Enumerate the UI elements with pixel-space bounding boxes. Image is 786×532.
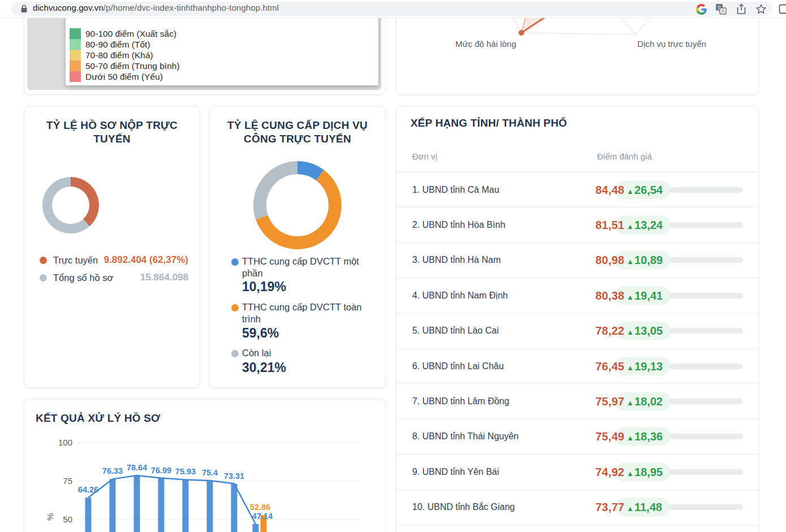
score-group: 80,38▲19,41 — [595, 286, 671, 305]
legend-dot-remaining — [231, 350, 239, 357]
legend-label: TTHC cung cấp DVCTT toàn trình — [242, 301, 369, 325]
province-ranking-card: XẾP HẠNG TỈNH/ THÀNH PHỐ Đơn vị Điểm đán… — [396, 106, 759, 532]
legend-label: Tổng số hồ sơ — [53, 272, 113, 284]
score-progress-track — [670, 364, 743, 369]
score-group: 75,97▲18,02 — [595, 392, 671, 411]
radar-axis-online-service: Dịch vụ trực tuyến — [615, 39, 728, 49]
table-row: 1. UBND tỉnh Cà Mau84,48▲26,54 — [396, 172, 758, 207]
score-value: 75,49 — [595, 430, 624, 443]
province-name: 5. UBND tỉnh Lào Cai — [412, 326, 499, 336]
table-row: 5. UBND tỉnh Lào Cai78,22▲13,05 — [396, 314, 758, 349]
province-name: 6. UBND tỉnh Lai Châu — [412, 361, 504, 371]
table-row: 4. UBND tỉnh Nam Định80,38▲19,41 — [396, 278, 758, 313]
score-group: 76,45▲19,13 — [595, 357, 671, 375]
up-triangle-icon: ▲ — [627, 399, 634, 407]
svg-text:50: 50 — [63, 514, 72, 524]
score-value: 76,45 — [595, 360, 624, 373]
legend-value: 9.892.404 (62,37%) — [104, 254, 188, 266]
svg-text:64.26: 64.26 — [78, 485, 98, 494]
score-progress-track — [670, 187, 743, 193]
online-submission-card: TỶ LỆ HỒ SƠ NỘP TRỰC TUYẾN Trực tuyến 9.… — [24, 106, 200, 388]
up-triangle-icon: ▲ — [627, 469, 634, 477]
table-row: 2. UBND tỉnh Hòa Bình81,51▲13,24 — [396, 207, 758, 243]
legend-item: Dưới 50 điểm (Yếu) — [66, 71, 378, 82]
score-progress-track — [670, 504, 743, 510]
legend-label: 80-90 điểm (Tốt) — [85, 39, 150, 50]
table-row: 10. UBND tỉnh Bắc Giang73,77▲11,48 — [396, 490, 758, 525]
svg-text:75.93: 75.93 — [175, 467, 196, 476]
up-triangle-icon: ▲ — [627, 187, 634, 195]
ranking-table: 1. UBND tỉnh Cà Mau84,48▲26,542. UBND tỉ… — [396, 172, 758, 525]
legend-swatch-weak — [70, 71, 81, 82]
score-group: 78,22▲13,05 — [595, 322, 671, 340]
score-value: 73,77 — [595, 501, 624, 514]
radar-axis-satisfaction: Mức độ hài lòng — [429, 39, 542, 49]
table-row: 9. UBND tỉnh Yên Bái74,92▲18,95 — [396, 455, 758, 490]
url-text[interactable]: dichvucong.gov.vn/p/home/dvc-index-tinht… — [33, 3, 279, 12]
table-row: 7. UBND tỉnh Lâm Đồng75,97▲18,02 — [396, 384, 758, 419]
card-title: TỶ LỆ CUNG CẤP DỊCH VỤ CÔNG TRỰC TUYẾN — [221, 119, 374, 146]
translate-icon[interactable]: 文A — [715, 3, 727, 15]
province-name: 9. UBND tỉnh Yên Bái — [412, 467, 499, 477]
score-progress-track — [670, 222, 743, 228]
legend-dot-partial — [231, 258, 239, 266]
svg-text:75.4: 75.4 — [202, 468, 218, 477]
score-group: 74,92▲18,95 — [595, 462, 671, 481]
card-title: TỶ LỆ HỒ SƠ NỘP TRỰC TUYẾN — [36, 119, 188, 146]
legend-dot-online — [40, 257, 47, 264]
province-name: 3. UBND tỉnh Hà Nam — [412, 255, 501, 265]
svg-text:52.86: 52.86 — [250, 503, 270, 512]
svg-text:73.31: 73.31 — [224, 472, 244, 481]
score-progress-track — [670, 328, 743, 334]
lock-icon[interactable] — [18, 3, 30, 15]
table-row: 6. UBND tỉnh Lai Châu76,45▲19,13 — [396, 349, 758, 384]
legend-dot-full — [231, 304, 239, 312]
score-value: 81,51 — [595, 219, 624, 232]
score-group: 84,48▲26,54 — [595, 180, 671, 199]
score-progress-track — [670, 257, 743, 263]
legend-item: 80-90 điểm (Tốt) — [66, 39, 378, 50]
table-row: 8. UBND tỉnh Thái Nguyên75,49▲18,36 — [396, 419, 758, 455]
legend-item: 70-80 điểm (Khá) — [66, 50, 378, 60]
up-triangle-icon: ▲ — [627, 328, 634, 336]
score-value: 84,48 — [595, 183, 624, 196]
processing-results-chart: 1007550%64.2676.3378.6476.9975.9375.473.… — [24, 399, 385, 532]
legend-label: 50-70 điểm (Trung bình) — [85, 60, 180, 71]
score-group: 80,98▲10,89 — [595, 251, 671, 270]
score-value: 78,22 — [595, 325, 624, 338]
legend-dot-total — [40, 274, 47, 282]
svg-text:78.64: 78.64 — [127, 463, 147, 472]
up-triangle-icon: ▲ — [627, 292, 634, 301]
online-submission-donut-chart — [40, 174, 102, 236]
up-triangle-icon: ▲ — [627, 222, 634, 231]
score-progress-track — [670, 434, 743, 439]
google-icon[interactable] — [695, 3, 707, 15]
province-name: 7. UBND tỉnh Lâm Đồng — [412, 396, 509, 406]
svg-text:A: A — [722, 8, 725, 14]
share-icon[interactable] — [735, 3, 748, 15]
score-value: 80,38 — [595, 289, 624, 302]
legend-item: 90-100 điểm (Xuất sắc) — [66, 28, 378, 39]
legend-item: 50-70 điểm (Trung bình) — [66, 60, 378, 71]
side-panel-icon[interactable] — [778, 3, 786, 15]
column-header-score: Điểm đánh giá — [597, 152, 652, 161]
score-group: 75,49▲18,36 — [595, 427, 671, 446]
score-progress-track — [670, 399, 743, 404]
province-name: 4. UBND tỉnh Nam Định — [412, 291, 508, 301]
table-row: 3. UBND tỉnh Hà Nam80,98▲10,89 — [396, 243, 758, 278]
score-progress-track — [670, 469, 743, 475]
province-name: 2. UBND tỉnh Hòa Bình — [412, 220, 506, 230]
legend-swatch-good — [70, 39, 81, 50]
legend-label: 70-80 điểm (Khá) — [85, 50, 153, 60]
bookmark-star-icon[interactable] — [755, 3, 767, 15]
radar-point — [519, 30, 524, 36]
score-value: 74,92 — [595, 465, 624, 478]
online-service-donut-chart — [249, 157, 346, 253]
svg-text:100: 100 — [58, 438, 72, 447]
province-name: 1. UBND tỉnh Cà Mau — [412, 185, 499, 195]
legend-label: 90-100 điểm (Xuất sắc) — [85, 28, 176, 39]
score-group: 81,51▲13,24 — [595, 216, 671, 235]
legend-label: TTHC cung cấp DVCTT một phần — [242, 256, 369, 279]
legend-swatch-average — [70, 60, 81, 71]
score-value: 75,97 — [595, 395, 624, 408]
